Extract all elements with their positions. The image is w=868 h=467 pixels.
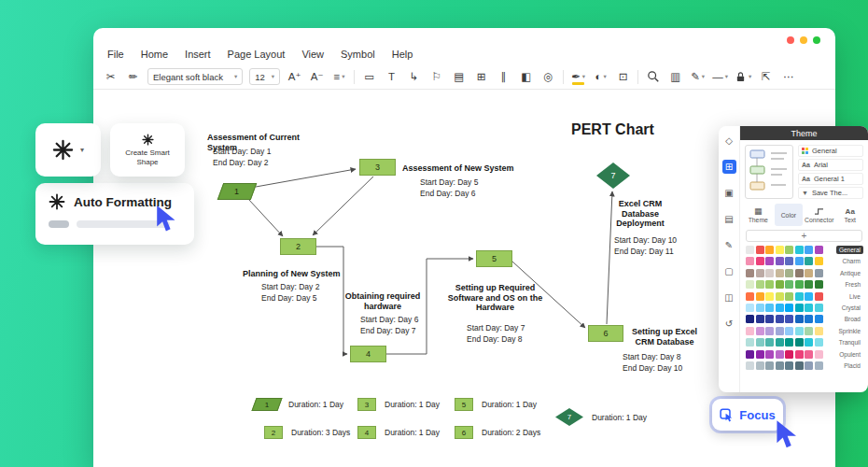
color-chip[interactable] [795,338,804,347]
connector-icon[interactable]: ↳ [406,68,422,85]
tab-theme[interactable]: ▦ Theme [744,204,773,226]
frame-icon[interactable]: ◫ [722,290,736,304]
library-icon[interactable]: ▤ [722,212,736,226]
font-size-select[interactable]: 12▾ [249,68,280,85]
chevron-down-icon[interactable]: ▾ [80,146,84,154]
menu-view[interactable]: View [293,46,332,63]
color-chip[interactable] [785,338,793,347]
more-icon[interactable]: ⋯ [780,68,796,85]
maximize-window-icon[interactable] [813,36,820,44]
insert-table-icon[interactable]: ⊞ [473,68,489,85]
color-chip[interactable] [805,246,813,254]
color-chip[interactable] [776,361,784,370]
theme-list-item-general[interactable]: General [798,145,863,157]
history-icon[interactable]: ↺ [722,317,736,331]
color-chip[interactable] [795,257,804,265]
color-chip[interactable] [765,327,774,335]
menu-symbol[interactable]: Symbol [332,46,384,63]
freehand-icon[interactable]: ⚐ [428,68,444,85]
color-chip[interactable] [795,304,804,312]
color-chip[interactable] [776,350,784,359]
color-chip[interactable] [746,361,754,370]
color-chip[interactable] [776,269,784,277]
color-chip[interactable] [805,292,813,301]
color-chip[interactable] [815,257,823,265]
color-chip[interactable] [776,327,784,335]
color-chip[interactable] [776,338,784,347]
color-chip[interactable] [815,280,823,289]
fill-color-icon[interactable]: ✒▾ [570,68,586,85]
color-chip[interactable] [746,292,754,301]
shape-rect-icon[interactable]: ▭ [361,68,377,85]
color-chip[interactable] [756,280,764,289]
menu-insert[interactable]: Insert [176,46,219,63]
color-chip[interactable] [746,327,754,335]
layers-icon[interactable]: ▤ [451,68,467,85]
color-chip[interactable] [765,338,774,347]
lock-icon[interactable]: ▾ [735,68,751,85]
color-chip[interactable] [756,304,764,312]
increase-font-icon[interactable]: A⁺ [287,68,302,85]
palette-tranquil[interactable]: Tranquil [746,338,863,347]
color-chip[interactable] [746,280,754,289]
color-chip[interactable] [756,257,764,265]
color-chip[interactable] [785,361,793,370]
color-chip[interactable] [746,257,754,265]
node-4[interactable]: 4 [350,346,386,362]
color-chip[interactable] [746,246,754,254]
smart-shape-tool-button[interactable]: ▾ [35,123,101,177]
text-align-icon[interactable]: ≡▾ [331,68,347,85]
pen-icon[interactable]: ✎▾ [690,68,706,85]
color-chip[interactable] [805,304,813,312]
color-chip[interactable] [746,338,754,347]
color-chip[interactable] [805,315,813,323]
color-chip[interactable] [765,350,774,359]
color-chip[interactable] [756,246,764,254]
node-5[interactable]: 5 [476,250,512,267]
palette-crystal[interactable]: Crystal [746,304,863,312]
minimize-window-icon[interactable] [800,36,807,44]
color-chip[interactable] [815,292,823,301]
color-chip[interactable] [795,350,804,359]
tab-text[interactable]: Aa Text [835,204,864,226]
color-chip[interactable] [785,292,793,301]
node-6[interactable]: 6 [588,325,623,342]
color-chip[interactable] [785,350,793,359]
color-chip[interactable] [805,350,813,359]
theme-list-item-save[interactable]: ▼ Save The... [798,187,863,199]
color-chip[interactable] [795,269,804,277]
color-chip[interactable] [746,350,754,359]
close-window-icon[interactable] [787,36,794,44]
notes-icon[interactable]: ✎ [722,238,736,252]
export-icon[interactable]: ⇱ [758,68,774,85]
theme-preview-thumbnail[interactable] [745,145,793,199]
color-chip[interactable] [815,269,823,277]
color-chip[interactable] [746,269,754,277]
node-7[interactable]: 7 [596,163,630,189]
layout-icon[interactable]: ▢ [722,264,736,278]
color-chip[interactable] [746,315,754,323]
format-painter-icon[interactable]: ✏ [125,68,141,85]
color-chip[interactable] [785,257,793,265]
node-1[interactable]: 1 [217,183,258,200]
color-chip[interactable] [756,350,764,359]
color-chip[interactable] [776,246,784,254]
color-chip[interactable] [805,280,813,289]
image-icon[interactable]: ▣ [722,186,736,200]
menu-home[interactable]: Home [133,46,176,63]
menu-page-layout[interactable]: Page Layout [219,46,294,63]
shapes-icon[interactable]: ◇ [722,134,736,148]
find-icon[interactable]: ▥ [667,68,683,85]
color-chip[interactable] [776,280,784,289]
theme-grid-icon[interactable]: ⊞ [722,160,736,174]
mirror-icon[interactable]: ◧ [518,68,534,85]
palette-broad[interactable]: Broad [746,315,863,323]
color-chip[interactable] [756,338,764,347]
color-chip[interactable] [756,269,764,277]
palette-sprinkle[interactable]: Sprinkle [746,327,863,335]
color-chip[interactable] [805,327,813,335]
decrease-font-icon[interactable]: A⁻ [309,68,325,85]
palette-placid[interactable]: Placid [746,361,863,370]
color-chip[interactable] [815,315,823,323]
palette-antique[interactable]: Antique [746,269,863,277]
